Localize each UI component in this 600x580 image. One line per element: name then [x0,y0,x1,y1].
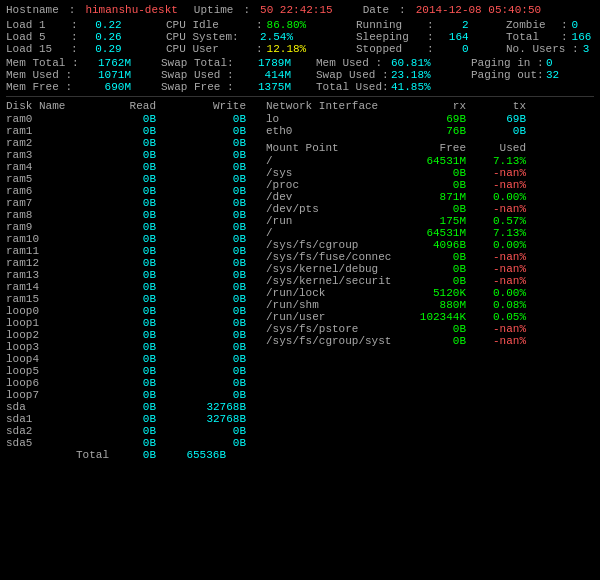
disk-write: 0B [156,353,246,365]
swap-total-label: Swap Total: [161,57,241,69]
mount-point: /run/user [266,311,406,323]
disk-section: Disk Name Read Write ram0 0B 0B ram1 0B … [6,100,266,461]
divider1 [6,96,594,97]
mount-used: -nan% [466,263,526,275]
disk-name: sda [6,401,76,413]
mount-free: 64531M [406,227,466,239]
net-tx: 0B [466,125,526,137]
disk-read: 0B [76,425,156,437]
main-table-area: Disk Name Read Write ram0 0B 0B ram1 0B … [6,100,594,461]
stopped-val: 0 [444,43,469,55]
date-label: Date [363,4,389,16]
disk-write: 0B [156,113,246,125]
disk-read: 0B [76,341,156,353]
disk-row: ram5 0B 0B [6,173,266,185]
load5-val: 0.26 [82,31,122,43]
mount-row: /sys/fs/pstore 0B -nan% [266,323,594,335]
sleeping-sep: : [427,31,434,43]
mount-used: -nan% [466,275,526,287]
mem-used-pct-label: Mem Used : [316,57,391,69]
mount-point: / [266,155,406,167]
disk-read: 0B [76,293,156,305]
header: Hostname : himanshu-deskt Uptime : 50 22… [6,4,594,16]
mount-row: /sys 0B -nan% [266,167,594,179]
disk-read: 0B [76,353,156,365]
mount-free: 0B [406,323,466,335]
net-iface: lo [266,113,406,125]
total-val: 166 [572,31,592,43]
disk-name: loop1 [6,317,76,329]
mount-used: 7.13% [466,155,526,167]
mem-free-label: Mem Free : [6,81,81,93]
net-mount-section: Network Interface rx tx lo 69B 69B eth0 … [266,100,594,461]
disk-name: ram5 [6,173,76,185]
mount-point: / [266,227,406,239]
swap-free-label: Swap Free : [161,81,241,93]
disk-row: sda5 0B 0B [6,437,266,449]
swap-free-val: 1375M [241,81,291,93]
mount-row: /run/lock 5120K 0.00% [266,287,594,299]
mount-point: /sys/fs/pstore [266,323,406,335]
disk-row: ram12 0B 0B [6,257,266,269]
mount-row: /sys/kernel/securit 0B -nan% [266,275,594,287]
disk-rows: ram0 0B 0B ram1 0B 0B ram2 0B 0B ram3 0B… [6,113,266,449]
mount-free: 0B [406,335,466,347]
mount-row: /sys/fs/fuse/connec 0B -nan% [266,251,594,263]
disk-row: loop5 0B 0B [6,365,266,377]
disk-name: ram4 [6,161,76,173]
disk-row: loop7 0B 0B [6,389,266,401]
mount-free-header: Free [406,142,466,154]
mem-total-val: 1762M [81,57,131,69]
disk-write: 0B [156,293,246,305]
mem-used-label: Mem Used : [6,69,81,81]
disk-name: ram7 [6,197,76,209]
disk-total-write: 65536B [156,449,226,461]
disk-write: 0B [156,377,246,389]
mount-point: /sys [266,167,406,179]
mount-free: 175M [406,215,466,227]
disk-read: 0B [76,317,156,329]
mount-rows: / 64531M 7.13% /sys 0B -nan% /proc 0B -n… [266,155,594,347]
disk-write: 0B [156,221,246,233]
load5-label: Load 5 [6,31,71,43]
mount-point: /run/lock [266,287,406,299]
mount-used: 0.05% [466,311,526,323]
mount-free: 0B [406,263,466,275]
disk-row: ram0 0B 0B [6,113,266,125]
disk-read: 0B [76,377,156,389]
disk-read: 0B [76,245,156,257]
disk-name: sda1 [6,413,76,425]
mount-row: /run/user 102344K 0.05% [266,311,594,323]
mount-row: /run 175M 0.57% [266,215,594,227]
running-val: 2 [444,19,469,31]
disk-write: 0B [156,185,246,197]
mount-used: -nan% [466,167,526,179]
disk-write: 0B [156,341,246,353]
disk-write: 0B [156,329,246,341]
disk-row: ram1 0B 0B [6,125,266,137]
disk-write: 0B [156,233,246,245]
disk-write: 0B [156,305,246,317]
no-users-label: No. Users : [506,43,579,55]
disk-name: ram2 [6,137,76,149]
disk-name: ram6 [6,185,76,197]
stopped-sep: : [427,43,434,55]
disk-read: 0B [76,137,156,149]
disk-row: ram7 0B 0B [6,197,266,209]
disk-write: 0B [156,209,246,221]
disk-write: 0B [156,137,246,149]
mount-point: /sys/fs/fuse/connec [266,251,406,263]
hostname-val: himanshu-deskt [85,4,177,16]
running-sep: : [427,19,434,31]
disk-name: sda5 [6,437,76,449]
disk-row: sda 0B 32768B [6,401,266,413]
disk-row: ram4 0B 0B [6,161,266,173]
net-iface: eth0 [266,125,406,137]
cpu-system-label: CPU System: [166,31,256,43]
disk-name: loop7 [6,389,76,401]
mount-used: -nan% [466,323,526,335]
total-label: Total [506,31,561,43]
load1-val: 0.22 [82,19,122,31]
disk-write: 0B [156,257,246,269]
disk-read: 0B [76,281,156,293]
